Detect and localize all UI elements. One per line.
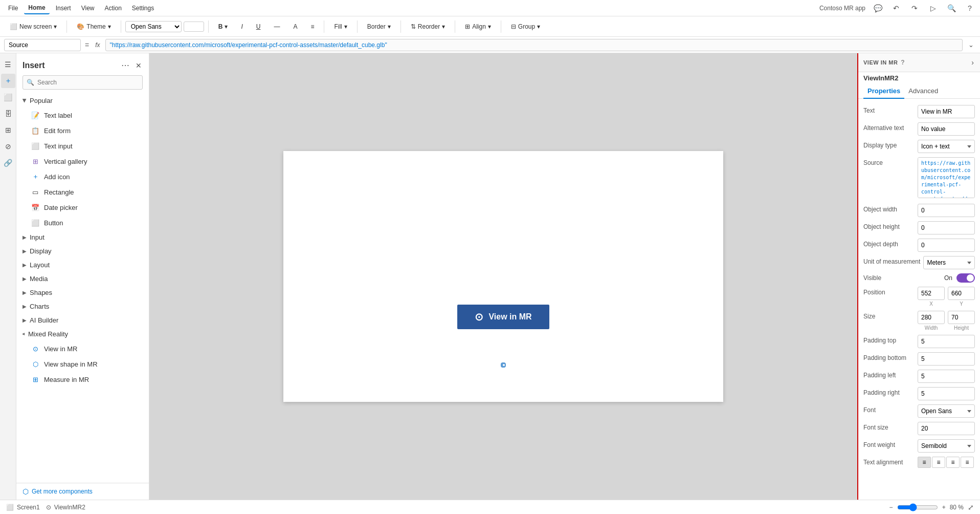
unit-measurement-select[interactable]: Meters Feet Inches [923,256,975,269]
edge-insert-icon[interactable]: ＋ [1,74,15,88]
sidebar-item-add-icon[interactable]: ＋ Add icon [16,169,149,184]
tab-advanced[interactable]: Advanced [904,84,942,99]
theme-button[interactable]: 🎨 Theme ▾ [71,20,116,33]
panel-help-icon[interactable]: ? [901,59,905,66]
section-input[interactable]: ▶ Input [16,230,149,244]
section-ai-builder[interactable]: ▶ AI Builder [16,313,149,327]
section-charts[interactable]: ▶ Charts [16,299,149,313]
object-depth-input[interactable] [918,239,975,252]
align-justify-button[interactable]: ≡ [961,457,974,468]
tab-properties[interactable]: Properties [863,84,904,99]
sidebar-search-input[interactable] [23,75,143,90]
font-color-button[interactable]: A [287,20,303,33]
sidebar-item-vertical-gallery[interactable]: ⊞ Vertical gallery [16,154,149,169]
font-selector[interactable]: Open Sans Arial Segoe UI [125,21,182,32]
edge-menu-icon[interactable]: ☰ [1,57,15,72]
edge-components-icon[interactable]: ⊞ [1,123,15,137]
menu-insert[interactable]: Insert [52,3,75,14]
formula-input[interactable] [105,39,963,51]
menu-settings[interactable]: Settings [128,3,158,14]
italic-button[interactable]: I [235,20,248,33]
sidebar-more-button[interactable]: ⋯ [118,59,132,71]
align-left-button[interactable]: ≡ [918,457,931,468]
formula-name-box[interactable] [4,39,81,51]
size-width-input[interactable] [918,311,945,324]
sidebar-item-measure-mr[interactable]: ⊞ Measure in MR [16,372,149,387]
formula-expand-icon[interactable]: ⌄ [966,40,976,50]
font-size-input[interactable] [184,22,204,32]
sidebar-item-text-input[interactable]: ⬜ Text input [16,138,149,154]
position-y-input[interactable] [948,287,975,300]
alt-text-input[interactable] [918,122,975,136]
edge-variables-icon[interactable]: ⊘ [1,139,15,154]
display-type-value-container: Icon + text Icon only Text only [918,140,975,153]
new-screen-button[interactable]: ⬜ New screen ▾ [4,20,62,33]
object-height-input[interactable] [918,221,975,234]
align-center-button[interactable]: ≡ [932,457,945,468]
zoom-in-icon[interactable]: + [942,504,946,511]
menu-action[interactable]: Action [101,3,126,14]
fill-button[interactable]: Fill▾ [328,20,352,33]
section-shapes[interactable]: ▶ Shapes [16,286,149,299]
sidebar-item-edit-form[interactable]: 📋 Edit form [16,123,149,138]
text-input[interactable] [918,105,975,118]
view-in-mr-canvas-button[interactable]: ⊙ View in MR [457,305,549,329]
padding-left-input[interactable] [918,370,975,383]
chat-icon[interactable]: 💬 [872,2,884,14]
position-x-input[interactable] [918,287,945,300]
source-textarea[interactable]: https://raw.githubusercontent.com/micros… [918,157,975,198]
view-shape-mr-label: View shape in MR [44,360,98,368]
help-icon[interactable]: ? [964,2,976,14]
size-height-input[interactable] [948,311,975,324]
reorder-button[interactable]: ⇅Reorder▾ [405,20,451,33]
zoom-slider[interactable] [897,503,938,511]
sidebar-item-date-picker[interactable]: 📅 Date picker [16,200,149,215]
menu-view[interactable]: View [77,3,99,14]
right-panel-collapse-button[interactable]: › [970,57,975,68]
sidebar-item-view-shape-mr[interactable]: ⬡ View shape in MR [16,356,149,372]
text-align-toolbar-button[interactable]: ≡ [305,20,320,33]
edge-connections-icon[interactable]: 🔗 [1,156,15,170]
padding-top-input[interactable] [918,335,975,348]
section-layout[interactable]: ▶ Layout [16,258,149,272]
sidebar-item-button[interactable]: ⬜ Button [16,215,149,230]
zoom-out-icon[interactable]: − [889,504,893,511]
handle-right[interactable] [502,363,506,367]
underline-button[interactable]: U [251,20,266,33]
padding-bottom-input[interactable] [918,352,975,366]
bold-button[interactable]: B▾ [213,20,234,33]
search-app-icon[interactable]: 🔍 [945,2,957,14]
object-width-input[interactable] [918,204,975,217]
sidebar-item-view-in-mr[interactable]: ⊙ View in MR [16,341,149,356]
menu-home[interactable]: Home [24,2,49,14]
edge-layers-icon[interactable]: ⬜ [1,90,15,104]
font-size-input[interactable] [918,422,975,435]
fit-screen-icon[interactable]: ⤢ [968,503,974,511]
sidebar-item-rectangle[interactable]: ▭ Rectangle [16,184,149,200]
display-type-select[interactable]: Icon + text Icon only Text only [918,140,975,153]
sidebar-item-text-label[interactable]: 📝 Text label [16,108,149,123]
edge-data-icon[interactable]: 🗄 [1,106,15,121]
font-weight-select[interactable]: Semibold Normal Bold [918,439,975,453]
font-select[interactable]: Open Sans Arial [918,404,975,418]
group-button[interactable]: ⊟Group▾ [505,20,546,33]
visible-toggle[interactable] [956,273,975,283]
padding-right-input[interactable] [918,387,975,400]
sidebar-close-button[interactable]: ✕ [135,60,143,71]
redo-icon[interactable]: ↷ [908,2,921,14]
play-icon[interactable]: ▷ [927,2,939,14]
align-button[interactable]: ⊞Align▾ [459,20,497,33]
get-more-components-button[interactable]: ⬡ Get more components [16,483,149,500]
section-mixed-reality[interactable]: ▾ Mixed Reality [16,327,149,341]
menu-file[interactable]: File [4,3,22,14]
padding-top-value [918,335,975,348]
strikethrough-button[interactable]: — [268,20,285,33]
border-button[interactable]: Border▾ [362,20,396,33]
screen-tab[interactable]: ⬜ Screen1 [6,504,40,511]
section-media[interactable]: ▶ Media [16,272,149,286]
undo-icon[interactable]: ↶ [890,2,902,14]
section-popular[interactable]: ▶ Popular [16,94,149,108]
section-display[interactable]: ▶ Display [16,244,149,258]
align-right-button[interactable]: ≡ [946,457,960,468]
component-tab[interactable]: ⊙ ViewInMR2 [46,504,85,511]
